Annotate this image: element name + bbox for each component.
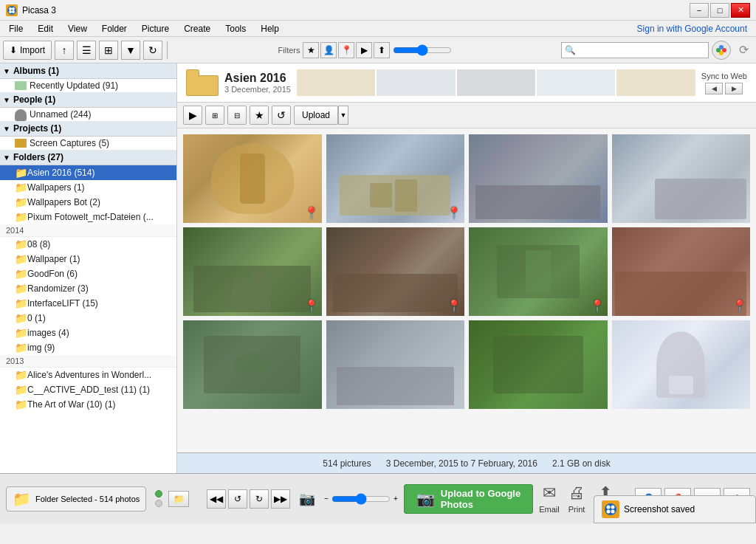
photo-thumb-4[interactable] xyxy=(612,134,751,223)
photo-thumb-2[interactable]: 📍 xyxy=(326,134,465,223)
photo-thumb-11[interactable] xyxy=(469,320,608,409)
sidebar-item-images[interactable]: 📁 images (4) xyxy=(0,326,176,340)
sidebar-item-wallpapers-bot[interactable]: 📁 Wallpapers Bot (2) xyxy=(0,195,176,210)
minimize-button[interactable]: − xyxy=(690,3,709,18)
sidebar-item-08[interactable]: 📁 08 (8) xyxy=(0,237,176,252)
alice-label: Alice's Adventures in Wonderl... xyxy=(27,370,151,380)
svg-point-4 xyxy=(12,10,15,13)
upload-google-photos-button[interactable]: 📷 Upload to GooglePhotos xyxy=(404,484,533,514)
svg-point-0 xyxy=(7,6,16,15)
album-folder-icon xyxy=(186,69,219,96)
sync-back-button[interactable]: ◀ xyxy=(705,83,723,94)
maximize-button[interactable]: □ xyxy=(710,3,729,18)
nav-forward-button[interactable]: ↻ xyxy=(250,489,269,509)
photo-grid-button[interactable]: ⊟ xyxy=(227,106,247,125)
photo-thumb-6[interactable]: 📍 xyxy=(326,227,465,316)
menu-file[interactable]: File xyxy=(3,22,29,35)
photo-thumb-5[interactable]: 📍 xyxy=(183,227,322,316)
upload-button[interactable]: ↑ xyxy=(55,41,74,60)
menu-folder[interactable]: Folder xyxy=(96,22,133,35)
photo-thumb-7[interactable]: 📍 xyxy=(469,227,608,316)
refresh-button[interactable]: ↻ xyxy=(143,41,162,60)
cactive-label: C__ACTIVE_ADD_test (11) (1) xyxy=(27,385,150,395)
dropdown-button[interactable]: ▼ xyxy=(121,41,140,60)
sidebar-item-alice[interactable]: 📁 Alice's Adventures in Wonderl... xyxy=(0,368,176,382)
menu-view[interactable]: View xyxy=(62,22,93,35)
sidebar-item-wallpaper[interactable]: 📁 Wallpaper (1) xyxy=(0,252,176,266)
sidebar-item-goodfon[interactable]: 📁 GoodFon (6) xyxy=(0,266,176,281)
folder-artofwar-icon: 📁 xyxy=(15,399,27,410)
pin-icon-5: 📍 xyxy=(304,299,319,313)
projects-section-header[interactable]: ▼ Projects (1) xyxy=(0,121,176,137)
sidebar-item-img[interactable]: 📁 img (9) xyxy=(0,340,176,355)
search-input[interactable] xyxy=(576,45,701,55)
google-photos-icon-btn[interactable] xyxy=(712,41,731,60)
print-action[interactable]: 🖨 Print xyxy=(568,483,585,514)
folder-wallpapers-bot-icon: 📁 xyxy=(15,196,27,208)
list-view-button[interactable]: ☰ xyxy=(77,41,96,60)
star-button[interactable]: ★ xyxy=(250,106,269,125)
menu-help[interactable]: Help xyxy=(255,22,285,35)
screen-captures-label: Screen Captures (5) xyxy=(30,138,109,148)
menu-tools[interactable]: Tools xyxy=(219,22,252,35)
sidebar-item-wallpapers[interactable]: 📁 Wallpapers (1) xyxy=(0,180,176,195)
photo-thumb-9[interactable] xyxy=(183,320,322,409)
statusbar: 514 pictures 3 December, 2015 to 7 Febru… xyxy=(177,452,756,473)
pin-icon-7: 📍 xyxy=(590,299,605,313)
photo-toolbar: ▶ ⊞ ⊟ ★ ↺ Upload ▼ xyxy=(177,103,756,128)
sidebar-item-0[interactable]: 📁 0 (1) xyxy=(0,311,176,326)
menu-picture[interactable]: Picture xyxy=(136,22,175,35)
sidebar-item-asien-2016[interactable]: 📁 Asien 2016 (514) xyxy=(0,165,176,180)
geo-filter[interactable]: 📍 xyxy=(338,42,354,58)
rotate-button[interactable]: ↺ xyxy=(272,106,291,125)
filter-slider[interactable] xyxy=(393,44,452,56)
photo-thumb-3[interactable] xyxy=(469,134,608,223)
sidebar-item-unnamed[interactable]: Unnamed (244) xyxy=(0,108,176,121)
nav-next-button[interactable]: ▶▶ xyxy=(271,489,290,509)
people-filter[interactable]: 👤 xyxy=(320,42,337,58)
sync-forward-button[interactable]: ▶ xyxy=(725,83,743,94)
content-area: Asien 2016 3 December, 2015 Sync to Web … xyxy=(177,63,756,473)
sidebar-item-interfacelift[interactable]: 📁 InterfaceLIFT (15) xyxy=(0,296,176,311)
sidebar-item-randomizer[interactable]: 📁 Randomizer (3) xyxy=(0,281,176,296)
folder-action-button[interactable]: 📁 xyxy=(168,491,189,507)
sidebar-item-pixum[interactable]: 📁 Pixum Fotowelt_mcf-Dateien (... xyxy=(0,210,176,224)
photo-image-9 xyxy=(183,320,322,409)
upload-btn-group: Upload ▼ xyxy=(294,106,348,125)
google-signin-link[interactable]: Sign in with Google Account xyxy=(637,24,753,34)
pin-icon-8: 📍 xyxy=(732,299,747,313)
menu-create[interactable]: Create xyxy=(178,22,216,35)
people-section-header[interactable]: ▼ People (1) xyxy=(0,92,176,108)
upload-filter[interactable]: ⬆ xyxy=(374,42,390,58)
grid-view-button[interactable]: ⊞ xyxy=(99,41,118,60)
upload-dropdown-button[interactable]: ▼ xyxy=(338,106,348,125)
photo-thumb-10[interactable] xyxy=(326,320,465,409)
app-icon xyxy=(6,4,18,16)
sidebar-item-artofwar[interactable]: 📁 The Art of War (10) (1) xyxy=(0,397,176,412)
photo-thumb-1[interactable]: 📍 xyxy=(183,134,322,223)
zoom-slider[interactable] xyxy=(331,493,391,505)
sidebar-item-screen-captures[interactable]: Screen Captures (5) xyxy=(0,137,176,150)
upload-action-button[interactable]: Upload xyxy=(294,106,338,125)
albums-section-header[interactable]: ▼ Albums (1) xyxy=(0,63,176,79)
photo-thumb-12[interactable] xyxy=(612,320,751,409)
pin-icon-6: 📍 xyxy=(447,299,461,313)
photo-thumb-8[interactable]: 📍 xyxy=(612,227,751,316)
upload-google-label: Upload to GooglePhotos xyxy=(441,488,520,510)
photo-collage-button[interactable]: ⊞ xyxy=(205,106,224,125)
sidebar-item-recently-updated[interactable]: Recently Updated (91) xyxy=(0,79,176,92)
sidebar-item-cactive[interactable]: 📁 C__ACTIVE_ADD_test (11) (1) xyxy=(0,382,176,397)
star-filter[interactable]: ★ xyxy=(303,42,319,58)
folders-section-header[interactable]: ▼ Folders (27) xyxy=(0,150,176,165)
photo-source-icon[interactable]: 📷 xyxy=(299,491,315,507)
video-filter[interactable]: ▶ xyxy=(356,42,372,58)
menu-edit[interactable]: Edit xyxy=(32,22,59,35)
slideshow-button[interactable]: ▶ xyxy=(183,106,202,125)
import-button[interactable]: ⬇ Import xyxy=(3,41,52,60)
nav-prev-button[interactable]: ◀◀ xyxy=(207,489,226,509)
close-button[interactable]: ✕ xyxy=(731,3,750,18)
email-action[interactable]: ✉ Email xyxy=(539,483,560,514)
nav-back-button[interactable]: ↺ xyxy=(228,489,247,509)
folder-selected-label: Folder Selected - 514 photos xyxy=(35,495,140,503)
zoom-slider-area: − + xyxy=(324,493,398,505)
